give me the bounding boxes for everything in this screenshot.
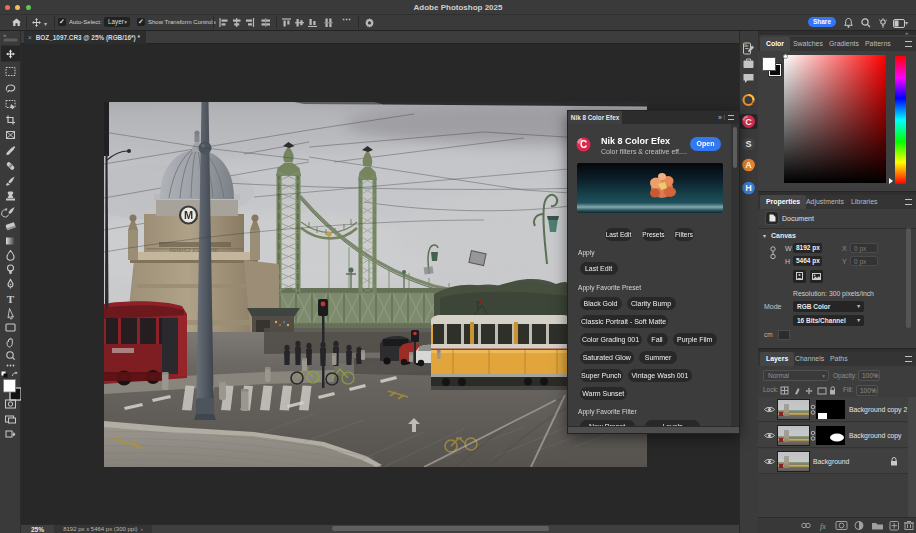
svg-text:C: C xyxy=(580,139,587,150)
svg-text:»: » xyxy=(3,32,7,38)
svg-text:T: T xyxy=(7,293,15,305)
svg-text:A: A xyxy=(745,160,752,170)
svg-text:FERENCZ JOZSEF HID: FERENCZ JOZSEF HID xyxy=(170,248,220,253)
svg-text:fx: fx xyxy=(820,522,826,531)
svg-text:S: S xyxy=(745,139,751,149)
svg-text:H: H xyxy=(745,183,752,193)
svg-text:M: M xyxy=(184,209,193,221)
svg-text:C: C xyxy=(745,117,752,127)
